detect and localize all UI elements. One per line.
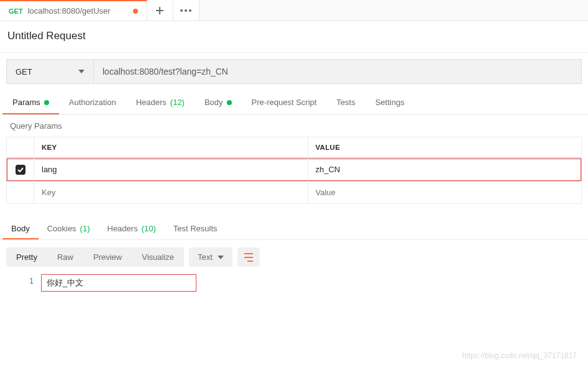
tab-headers[interactable]: Headers(12) [126, 90, 195, 114]
row-checkbox[interactable] [16, 165, 25, 175]
query-params-table: KEY VALUE [6, 137, 582, 204]
key-header: KEY [34, 137, 308, 157]
request-title: Untitled Request [0, 21, 588, 53]
check-icon [17, 166, 24, 173]
format-select[interactable]: Text [189, 247, 232, 267]
dot-icon [227, 100, 232, 105]
view-mode-segment: Pretty Raw Preview Visualize [6, 247, 184, 267]
wrap-lines-button[interactable] [237, 247, 260, 267]
table-header: KEY VALUE [7, 137, 581, 158]
method-select[interactable]: GET [6, 59, 93, 84]
method-label: GET [16, 67, 32, 76]
line-number: 1 [6, 274, 41, 292]
section-label: Query Params [0, 115, 588, 137]
response-text: 你好_中文 [41, 274, 196, 292]
tab-tests[interactable]: Tests [326, 90, 365, 114]
tab-title-label: localhost:8080/getUser [28, 6, 111, 16]
param-key-input[interactable] [42, 165, 300, 174]
resp-tab-headers[interactable]: Headers(10) [99, 218, 165, 239]
tab-overflow-button[interactable] [173, 0, 200, 21]
param-value-input[interactable] [316, 165, 574, 174]
resp-tab-cookies[interactable]: Cookies(1) [39, 218, 99, 239]
tab-body[interactable]: Body [195, 90, 242, 114]
new-tab-button[interactable] [147, 0, 173, 21]
view-raw-button[interactable]: Raw [47, 247, 83, 267]
param-key-input[interactable] [42, 188, 300, 197]
view-pretty-button[interactable]: Pretty [6, 247, 47, 267]
response-tabs: Body Cookies(1) Headers(10) Test Results [0, 218, 588, 240]
view-preview-button[interactable]: Preview [83, 247, 132, 267]
view-visualize-button[interactable]: Visualize [132, 247, 184, 267]
chevron-down-icon [78, 70, 85, 73]
tab-authorization[interactable]: Authorization [59, 90, 126, 114]
param-value-input[interactable] [316, 188, 574, 197]
request-tab[interactable]: GET localhost:8080/getUser [0, 0, 147, 21]
url-input[interactable] [93, 59, 582, 84]
response-body: 1 你好_中文 [0, 274, 588, 310]
response-toolbar: Pretty Raw Preview Visualize Text [0, 240, 588, 274]
tab-method-label: GET [9, 7, 23, 15]
url-bar: GET [0, 53, 588, 90]
request-subtabs: Params Authorization Headers(12) Body Pr… [0, 90, 588, 115]
tab-settings[interactable]: Settings [365, 90, 415, 114]
unsaved-dot-icon [133, 9, 138, 14]
resp-tab-tests[interactable]: Test Results [165, 218, 226, 239]
table-row [7, 181, 581, 203]
resp-tab-body[interactable]: Body [2, 218, 39, 239]
wrap-icon [244, 252, 253, 263]
tab-prerequest[interactable]: Pre-request Script [242, 90, 327, 114]
dot-icon [44, 100, 49, 105]
ellipsis-icon [180, 9, 191, 12]
tab-bar: GET localhost:8080/getUser [0, 0, 588, 21]
chevron-down-icon [218, 256, 224, 259]
table-row [7, 158, 581, 181]
tab-params[interactable]: Params [2, 90, 59, 114]
value-header: VALUE [308, 137, 582, 157]
